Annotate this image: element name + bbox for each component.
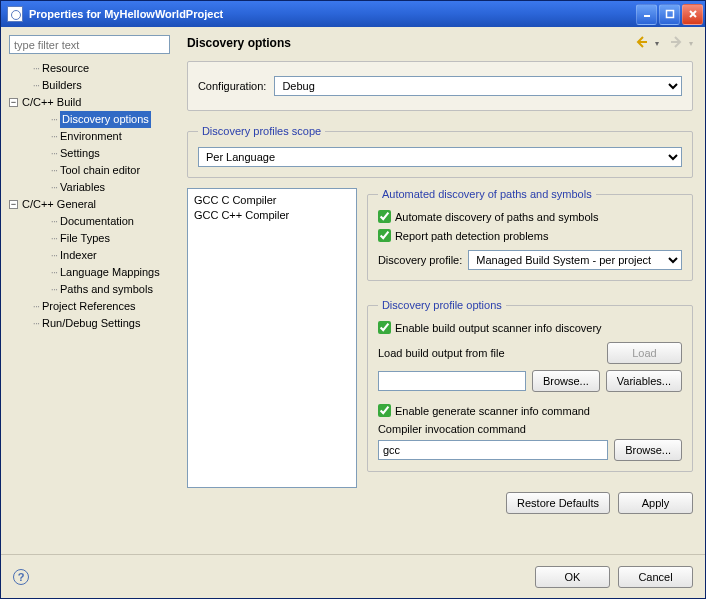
navigation-pane: ···Resource ···Builders −C/C++ Build ···… (1, 27, 176, 554)
tree-item-filetypes[interactable]: File Types (60, 230, 110, 247)
collapse-icon[interactable]: − (9, 98, 18, 107)
tree-item-settings[interactable]: Settings (60, 145, 100, 162)
configuration-panel: Configuration: Debug (187, 61, 693, 111)
back-menu-icon[interactable]: ▾ (655, 39, 659, 48)
report-label: Report path detection problems (395, 230, 548, 242)
enable-generate-label: Enable generate scanner info command (395, 405, 590, 417)
dialog-footer: ? OK Cancel (1, 554, 705, 598)
scope-select[interactable]: Per Language (198, 147, 682, 167)
dialog-body: ···Resource ···Builders −C/C++ Build ···… (1, 27, 705, 554)
back-button[interactable] (635, 35, 649, 51)
tree-item-environment[interactable]: Environment (60, 128, 122, 145)
restore-defaults-button[interactable]: Restore Defaults (506, 492, 610, 514)
list-item[interactable]: GCC C++ Compiler (194, 208, 350, 223)
tree-item-discovery[interactable]: Discovery options (60, 111, 151, 128)
tree-item-toolchain[interactable]: Tool chain editor (60, 162, 140, 179)
right-column: Automated discovery of paths and symbols… (367, 188, 693, 488)
scope-legend: Discovery profiles scope (198, 125, 325, 137)
forward-button[interactable] (669, 35, 683, 51)
profile-label: Discovery profile: (378, 254, 462, 266)
forward-menu-icon: ▾ (689, 39, 693, 48)
tree-item-general[interactable]: C/C++ General (22, 196, 96, 213)
apply-button[interactable]: Apply (618, 492, 693, 514)
tree-item-resource[interactable]: Resource (42, 60, 89, 77)
properties-dialog: Properties for MyHellowWorldProject ···R… (0, 0, 706, 599)
page-title: Discovery options (187, 36, 635, 50)
cmd-label: Compiler invocation command (378, 423, 682, 435)
list-item[interactable]: GCC C Compiler (194, 193, 350, 208)
enable-scanner-label: Enable build output scanner info discove… (395, 322, 602, 334)
browse-button-1[interactable]: Browse... (532, 370, 600, 392)
enable-scanner-checkbox[interactable] (378, 321, 391, 334)
auto-discovery-group: Automated discovery of paths and symbols… (367, 188, 693, 281)
tree-item-build[interactable]: C/C++ Build (22, 94, 81, 111)
nav-tree[interactable]: ···Resource ···Builders −C/C++ Build ···… (9, 60, 170, 546)
tree-item-rundebug[interactable]: Run/Debug Settings (42, 315, 140, 332)
enable-generate-checkbox[interactable] (378, 404, 391, 417)
scope-group: Discovery profiles scope Per Language (187, 125, 693, 178)
load-path-input[interactable] (378, 371, 526, 391)
profile-select[interactable]: Managed Build System - per project (468, 250, 682, 270)
svg-rect-1 (666, 11, 673, 18)
automate-checkbox[interactable] (378, 210, 391, 223)
main-grid: GCC C Compiler GCC C++ Compiler Automate… (187, 188, 693, 488)
report-checkbox[interactable] (378, 229, 391, 242)
tree-item-projrefs[interactable]: Project References (42, 298, 136, 315)
cancel-button[interactable]: Cancel (618, 566, 693, 588)
tree-item-documentation[interactable]: Documentation (60, 213, 134, 230)
automate-label: Automate discovery of paths and symbols (395, 211, 599, 223)
window-controls (636, 4, 703, 25)
opts-legend: Discovery profile options (378, 299, 506, 311)
tree-item-variables[interactable]: Variables (60, 179, 105, 196)
close-button[interactable] (682, 4, 703, 25)
tree-item-langmap[interactable]: Language Mappings (60, 264, 160, 281)
load-button[interactable]: Load (607, 342, 682, 364)
minimize-button[interactable] (636, 4, 657, 25)
profile-options-group: Discovery profile options Enable build o… (367, 299, 693, 472)
filter-input[interactable] (9, 35, 170, 54)
apply-row: Restore Defaults Apply (187, 492, 693, 514)
load-label: Load build output from file (378, 347, 601, 359)
auto-legend: Automated discovery of paths and symbols (378, 188, 596, 200)
window-title: Properties for MyHellowWorldProject (29, 1, 636, 27)
configuration-label: Configuration: (198, 80, 267, 92)
ok-button[interactable]: OK (535, 566, 610, 588)
compiler-command-input[interactable] (378, 440, 608, 460)
tree-item-builders[interactable]: Builders (42, 77, 82, 94)
content-pane: Discovery options ▾ ▾ Configuration: Deb… (179, 27, 705, 554)
collapse-icon[interactable]: − (9, 200, 18, 209)
titlebar: Properties for MyHellowWorldProject (1, 1, 705, 27)
tree-item-paths[interactable]: Paths and symbols (60, 281, 153, 298)
configuration-select[interactable]: Debug (274, 76, 682, 96)
compiler-list[interactable]: GCC C Compiler GCC C++ Compiler (187, 188, 357, 488)
help-button[interactable]: ? (13, 569, 29, 585)
browse-button-2[interactable]: Browse... (614, 439, 682, 461)
tree-item-indexer[interactable]: Indexer (60, 247, 97, 264)
app-icon (7, 6, 23, 22)
maximize-button[interactable] (659, 4, 680, 25)
variables-button[interactable]: Variables... (606, 370, 682, 392)
